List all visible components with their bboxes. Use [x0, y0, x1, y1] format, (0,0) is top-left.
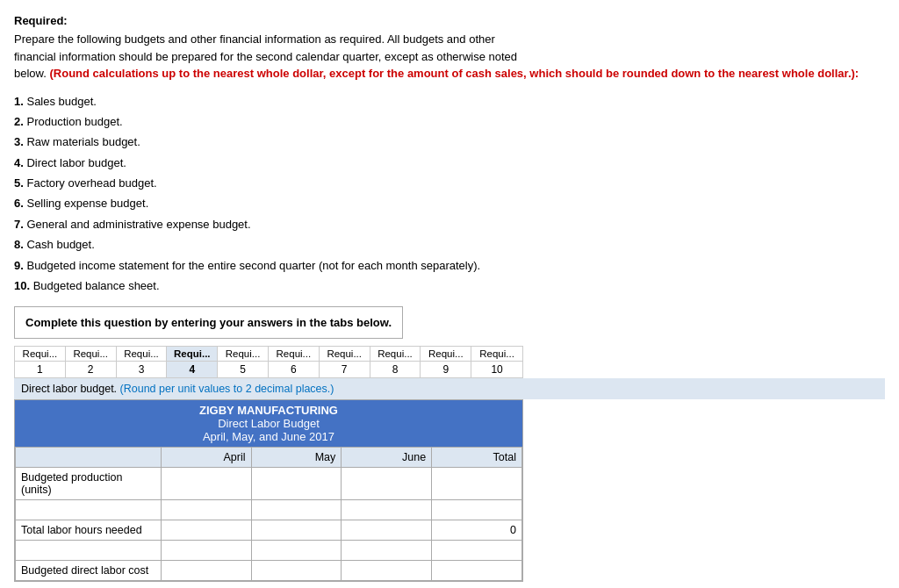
input-directlabor-june-field[interactable] [347, 564, 426, 577]
tab-requi-8[interactable]: Requi... [370, 347, 421, 361]
col-header-april: April [161, 448, 251, 468]
item-10: 10. Budgeted balance sheet. [14, 276, 885, 296]
input-production-total-field[interactable] [437, 477, 516, 490]
row-budgeted-direct-labor: Budgeted direct labor cost [16, 561, 522, 581]
input-production-june-field[interactable] [347, 477, 426, 490]
tab-requi-3[interactable]: Requi... [117, 347, 168, 361]
instruction-line1: Prepare the following budgets and other … [14, 32, 495, 46]
col-header-june: June [342, 448, 432, 468]
input-spacer1-april-field[interactable] [167, 504, 246, 516]
tab-num-7[interactable]: 7 [320, 362, 370, 377]
input-spacer1-may[interactable] [251, 500, 342, 520]
tab-num-4[interactable]: 4 [167, 362, 218, 377]
col-header-total: Total [432, 448, 522, 468]
input-totallabor-april-field[interactable] [167, 524, 246, 536]
label-budgeted-direct-labor: Budgeted direct labor cost [16, 561, 162, 581]
input-spacer2-june[interactable] [342, 541, 432, 561]
input-spacer1-total[interactable] [432, 500, 522, 520]
item-8: 8. Cash budget. [14, 234, 885, 255]
complete-box: Complete this question by entering your … [14, 306, 403, 339]
input-directlabor-april[interactable] [161, 561, 251, 581]
input-spacer2-may-field[interactable] [257, 544, 336, 556]
input-directlabor-total-field[interactable] [437, 564, 516, 577]
tab-num-8[interactable]: 8 [370, 362, 421, 377]
row-spacer-2 [16, 541, 522, 561]
tab-requi-5[interactable]: Requi... [218, 347, 269, 361]
tab-num-3[interactable]: 3 [117, 362, 168, 377]
col-header-label [16, 448, 162, 468]
budget-header: ZIGBY MANUFACTURING Direct Labor Budget … [15, 400, 522, 447]
tabs-number-row: 1 2 3 4 5 6 7 8 9 10 [14, 361, 523, 378]
input-production-may-field[interactable] [257, 477, 336, 490]
tab-num-10[interactable]: 10 [471, 362, 522, 377]
tab-num-9[interactable]: 9 [421, 362, 471, 377]
input-spacer2-april-field[interactable] [167, 544, 246, 556]
instruction-red: (Round calculations up to the nearest wh… [50, 67, 859, 80]
tab-num-2[interactable]: 2 [66, 362, 117, 377]
tab-requi-10[interactable]: Requi... [471, 347, 522, 361]
tabs-label-row: Requi... Requi... Requi... Requi... Requ… [14, 346, 523, 361]
tab-requi-9[interactable]: Requi... [421, 347, 471, 361]
instruction-line2: financial information should be prepared… [14, 50, 517, 63]
input-totallabor-may-field[interactable] [257, 524, 336, 536]
input-directlabor-june[interactable] [342, 561, 432, 581]
input-spacer1-june[interactable] [342, 500, 432, 520]
tab-requi-7[interactable]: Requi... [320, 347, 370, 361]
item-2: 2. Production budget. [14, 111, 885, 132]
tab-requi-1[interactable]: Requi... [15, 347, 66, 361]
input-production-april[interactable] [161, 468, 251, 500]
row-total-labor-hours: Total labor hours needed 0 [16, 520, 522, 541]
input-directlabor-may-field[interactable] [257, 564, 336, 577]
row-spacer-1 [16, 500, 522, 520]
input-production-may[interactable] [251, 468, 342, 500]
total-labor-total-val: 0 [432, 520, 522, 541]
label-budgeted-production: Budgeted production (units) [16, 468, 162, 500]
budget-period: April, May, and June 2017 [15, 430, 522, 443]
tab-num-5[interactable]: 5 [218, 362, 269, 377]
input-spacer2-total[interactable] [432, 541, 522, 561]
input-directlabor-may[interactable] [251, 561, 342, 581]
input-directlabor-total[interactable] [432, 561, 522, 581]
item-7: 7. General and administrative expense bu… [14, 214, 885, 234]
tab-requi-4[interactable]: Requi... [167, 347, 218, 361]
input-spacer2-june-field[interactable] [347, 544, 426, 556]
input-spacer1-april[interactable] [161, 500, 251, 520]
tab-num-1[interactable]: 1 [15, 362, 66, 377]
label-spacer-2 [16, 541, 162, 561]
input-directlabor-april-field[interactable] [167, 564, 246, 577]
col-header-may: May [251, 448, 342, 468]
input-totallabor-june-field[interactable] [347, 524, 426, 536]
input-totallabor-june[interactable] [342, 520, 432, 541]
required-label: Required: [14, 14, 885, 27]
input-production-april-field[interactable] [167, 477, 246, 490]
input-production-total[interactable] [432, 468, 522, 500]
input-spacer1-total-field[interactable] [437, 504, 516, 516]
item-5: 5. Factory overhead budget. [14, 173, 885, 193]
item-9: 9. Budgeted income statement for the ent… [14, 255, 885, 276]
input-spacer2-may[interactable] [251, 541, 342, 561]
input-spacer1-may-field[interactable] [257, 504, 336, 516]
input-totallabor-april[interactable] [161, 520, 251, 541]
budget-title: Direct Labor Budget [15, 417, 522, 430]
direct-labor-round-note: (Round per unit values to 2 decimal plac… [120, 383, 334, 395]
item-3: 3. Raw materials budget. [14, 132, 885, 152]
instruction-line3: below. [14, 67, 47, 80]
input-spacer2-total-field[interactable] [437, 544, 516, 556]
input-spacer2-april[interactable] [161, 541, 251, 561]
direct-labor-note: Direct labor budget. (Round per unit val… [14, 378, 885, 399]
row-budgeted-production: Budgeted production (units) [16, 468, 522, 500]
budget-table: April May June Total Budgeted production… [15, 447, 522, 581]
item-4: 4. Direct labor budget. [14, 153, 885, 173]
tab-requi-2[interactable]: Requi... [66, 347, 117, 361]
label-total-labor: Total labor hours needed [16, 520, 162, 541]
input-totallabor-may[interactable] [251, 520, 342, 541]
company-name: ZIGBY MANUFACTURING [15, 404, 522, 417]
tab-requi-6[interactable]: Requi... [269, 347, 320, 361]
input-production-june[interactable] [342, 468, 432, 500]
input-spacer1-june-field[interactable] [347, 504, 426, 516]
numbered-list: 1. Sales budget. 2. Production budget. 3… [14, 91, 885, 297]
label-spacer-1 [16, 500, 162, 520]
item-6: 6. Selling expense budget. [14, 193, 885, 213]
instructions: Prepare the following budgets and other … [14, 31, 885, 82]
tab-num-6[interactable]: 6 [269, 362, 320, 377]
